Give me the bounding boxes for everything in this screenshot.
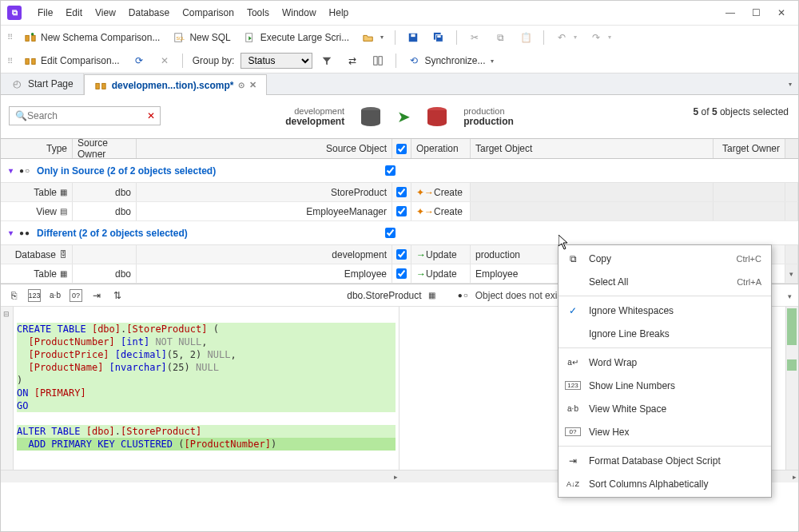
- tab-start-page[interactable]: ◴ Start Page: [1, 73, 84, 94]
- whitespace-icon[interactable]: a·b: [49, 289, 62, 302]
- menu-view[interactable]: View: [89, 4, 122, 22]
- tabs-overflow-button[interactable]: ▾: [789, 81, 792, 88]
- target-db-icon: [425, 106, 449, 127]
- chevron-down-icon[interactable]: ▾: [788, 292, 792, 300]
- results-grid-header: Type Source Owner Source Object Operatio…: [1, 138, 798, 159]
- ctx-ignore-line-breaks[interactable]: Ignore Line Breaks: [559, 322, 771, 345]
- separator: [182, 54, 183, 68]
- open-dropdown-button[interactable]: ▾: [357, 29, 388, 46]
- new-sql-button[interactable]: SQL New SQL: [168, 29, 235, 46]
- paste-button[interactable]: 📋: [515, 29, 537, 46]
- table-row[interactable]: Table▦ dbo StoreProduct ✦→ Create: [1, 183, 798, 202]
- synchronize-button[interactable]: ⟲ Synchronize... ▾: [403, 52, 499, 69]
- col-operation[interactable]: Operation: [411, 139, 471, 158]
- layout-button[interactable]: [367, 52, 389, 69]
- folder-open-icon: [362, 31, 375, 44]
- svg-text:SQL: SQL: [177, 35, 185, 40]
- minimize-button[interactable]: —: [725, 7, 736, 18]
- col-target-object[interactable]: Target Object: [471, 139, 714, 158]
- sort-icon[interactable]: ⇅: [111, 289, 124, 302]
- svg-rect-1: [32, 35, 35, 41]
- search-icon: 🔍: [14, 109, 27, 122]
- edit-comparison-button[interactable]: Edit Comparison...: [19, 52, 125, 69]
- menu-tools[interactable]: Tools: [240, 4, 276, 22]
- col-source-owner[interactable]: Source Owner: [73, 139, 137, 158]
- group-only-in-source[interactable]: ▾ ●○ Only in Source (2 of 2 objects sele…: [1, 159, 798, 183]
- save-all-button[interactable]: [427, 29, 450, 46]
- ctx-show-line-numbers[interactable]: 123 Show Line Numbers: [559, 374, 771, 397]
- row-checkbox[interactable]: [396, 249, 407, 260]
- col-source-object[interactable]: Source Object: [137, 139, 392, 158]
- group-checkbox[interactable]: [385, 165, 396, 176]
- svg-point-22: [427, 120, 447, 126]
- menu-edit[interactable]: Edit: [59, 4, 89, 22]
- grip-icon: ⠿: [7, 57, 13, 66]
- execute-large-script-button[interactable]: Execute Large Scri...: [239, 29, 354, 46]
- schema-compare-icon: [24, 31, 37, 44]
- right-object-label: Object does not exist: [475, 290, 565, 301]
- svg-rect-15: [96, 83, 99, 89]
- clear-search-button[interactable]: ✕: [147, 110, 155, 121]
- menu-help[interactable]: Help: [323, 4, 356, 22]
- cut-button[interactable]: ✂: [463, 29, 486, 46]
- svg-point-19: [361, 120, 380, 126]
- new-schema-comparison-button[interactable]: New Schema Comparison...: [19, 29, 165, 46]
- script-icon[interactable]: ⎘: [7, 289, 20, 302]
- ctx-copy[interactable]: ⧉ Copy Ctrl+C: [559, 247, 771, 270]
- table-icon: ▦: [60, 188, 67, 197]
- col-type[interactable]: Type: [1, 139, 73, 158]
- undo-icon: ↶: [555, 31, 568, 44]
- indent-icon[interactable]: ⇥: [90, 289, 103, 302]
- menu-file[interactable]: File: [31, 4, 59, 22]
- redo-button[interactable]: ↷▾: [585, 29, 616, 46]
- menu-database[interactable]: Database: [122, 4, 176, 22]
- line-numbers-icon[interactable]: 123: [28, 289, 41, 302]
- tab-close-icon[interactable]: ✕: [249, 80, 256, 90]
- fold-icon[interactable]: ⊟: [3, 310, 10, 318]
- svg-rect-0: [26, 35, 29, 41]
- left-object-label: dbo.StoreProduct: [347, 290, 421, 301]
- cancel-button[interactable]: ✕: [153, 52, 176, 69]
- status-dots-icon: ●○: [458, 291, 469, 300]
- copy-button[interactable]: ⧉: [489, 29, 511, 46]
- save-button[interactable]: [402, 29, 424, 46]
- row-checkbox[interactable]: [396, 268, 407, 279]
- search-input[interactable]: [27, 110, 147, 121]
- ctx-view-hex[interactable]: 0? View Hex: [559, 420, 771, 443]
- row-checkbox[interactable]: [396, 206, 407, 216]
- maximize-button[interactable]: ☐: [750, 7, 761, 18]
- ctx-ignore-whitespaces[interactable]: ✓ Ignore Whitespaces: [559, 299, 771, 322]
- col-target-owner[interactable]: Target Owner: [714, 139, 785, 158]
- row-checkbox[interactable]: [396, 187, 407, 197]
- search-box[interactable]: 🔍 ✕: [9, 106, 161, 125]
- pin-icon[interactable]: ⊙: [238, 81, 244, 89]
- close-button[interactable]: ✕: [776, 7, 787, 18]
- tab-comparison-document[interactable]: developmen...tion).scomp* ⊙ ✕: [84, 74, 268, 95]
- ctx-sort-columns[interactable]: A↓Z Sort Columns Alphabetically: [559, 472, 771, 495]
- refresh-button[interactable]: ⟳: [128, 52, 150, 69]
- svg-rect-14: [379, 57, 382, 66]
- ctx-view-whitespace[interactable]: a·b View White Space: [559, 397, 771, 420]
- col-include-all[interactable]: [392, 139, 411, 158]
- menu-comparison[interactable]: Comparison: [176, 4, 240, 22]
- filter-button[interactable]: [316, 52, 338, 69]
- source-editor[interactable]: ⊟ CREATE TABLE [dbo].[StoreProduct] ( [P…: [1, 307, 400, 470]
- grip-icon: ⠿: [7, 33, 13, 42]
- group-checkbox[interactable]: [385, 228, 396, 238]
- separator: [559, 347, 771, 348]
- menu-window[interactable]: Window: [276, 4, 323, 22]
- create-op-icon: ✦→: [416, 187, 434, 198]
- status-dots-icon: ●●: [19, 228, 30, 237]
- cancel-icon: ✕: [158, 54, 171, 67]
- swap-button[interactable]: ⇄: [341, 52, 364, 69]
- ctx-format-script[interactable]: ⇥ Format Database Object Script: [559, 449, 771, 472]
- hex-icon[interactable]: 0?: [70, 289, 82, 302]
- undo-button[interactable]: ↶▾: [551, 29, 582, 46]
- group-by-select[interactable]: Status: [240, 53, 312, 69]
- ctx-word-wrap[interactable]: a↵ Word Wrap: [559, 351, 771, 374]
- table-row[interactable]: View▤ dbo EmployeeManager ✦→ Create: [1, 202, 798, 221]
- vertical-scrollbar[interactable]: [785, 307, 798, 470]
- chevron-down-icon[interactable]: ▾: [789, 270, 793, 278]
- ctx-select-all[interactable]: Select All Ctrl+A: [559, 270, 771, 293]
- group-different[interactable]: ▾ ●● Different (2 of 2 objects selected): [1, 221, 798, 245]
